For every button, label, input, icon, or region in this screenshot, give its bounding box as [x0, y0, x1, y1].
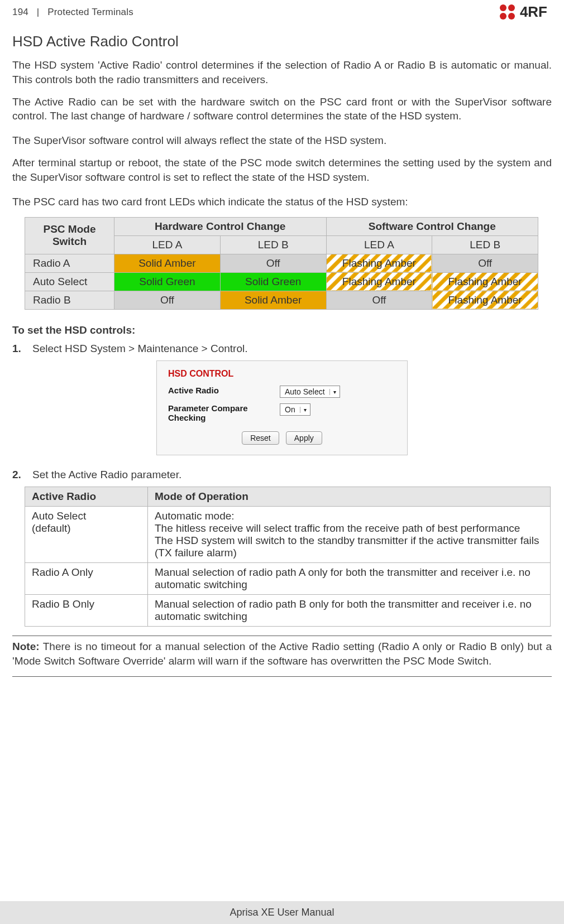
step-text: Select HSD System > Maintenance > Contro… — [32, 343, 247, 355]
mode-cell: Auto Select (default) — [25, 507, 148, 563]
led-status-table: PSC Mode Switch Hardware Control Change … — [25, 217, 538, 310]
led-cell: Off — [220, 254, 326, 272]
mode-cell: Manual selection of radio path B only fo… — [148, 595, 551, 627]
chevron-down-icon: ▾ — [300, 407, 307, 413]
page-title: HSD Active Radio Control — [12, 33, 552, 50]
paragraph: The Active Radio can be set with the har… — [12, 95, 552, 124]
brand-name: 4RF — [520, 3, 547, 21]
led-cell: Solid Green — [114, 272, 221, 291]
table-row: Radio A Only Manual selection of radio p… — [25, 563, 551, 595]
table-row: Auto Select (default) Automatic mode: Th… — [25, 507, 551, 563]
header-left: 194 | Protected Terminals — [12, 7, 133, 18]
th-mode: Mode of Operation — [148, 487, 551, 507]
mode-of-operation-table: Active Radio Mode of Operation Auto Sele… — [25, 487, 551, 627]
select-value: On — [285, 405, 295, 414]
mode-cell: Radio B Only — [25, 595, 148, 627]
led-cell: Off — [326, 291, 432, 309]
panel-row-param-compare: Parameter Compare Checking On ▾ — [168, 403, 396, 422]
th-active-radio: Active Radio — [25, 487, 148, 507]
active-radio-select[interactable]: Auto Select ▾ — [280, 386, 340, 398]
header-sep: | — [31, 7, 45, 17]
sub-led-b: LED B — [220, 235, 326, 254]
row-label: Radio A — [25, 254, 114, 272]
reset-button[interactable]: Reset — [242, 431, 279, 445]
page-number: 194 — [12, 7, 28, 17]
sub-led-b: LED B — [432, 235, 538, 254]
panel-label: Active Radio — [168, 386, 280, 395]
row-label: Radio B — [25, 291, 114, 309]
th-psc: PSC Mode Switch — [25, 217, 114, 254]
param-compare-select[interactable]: On ▾ — [280, 403, 310, 416]
header-section: Protected Terminals — [47, 7, 133, 17]
led-cell: Off — [114, 291, 221, 309]
table-row: Radio B Off Solid Amber Off Flashing Amb… — [25, 291, 538, 309]
step-number: 2. — [12, 469, 26, 481]
paragraph: After terminal startup or reboot, the st… — [12, 156, 552, 185]
step-number: 1. — [12, 343, 26, 355]
note-prefix: Note: — [12, 641, 40, 652]
steps-heading: To set the HSD controls: — [12, 323, 552, 338]
mode-cell: Manual selection of radio path A only fo… — [148, 563, 551, 595]
divider — [12, 636, 552, 636]
led-cell: Solid Amber — [220, 291, 326, 309]
page-content: HSD Active Radio Control The HSD system … — [0, 21, 564, 714]
step-1: 1. Select HSD System > Maintenance > Con… — [12, 343, 552, 355]
led-cell: Flashing Amber — [432, 291, 538, 309]
page-footer: Aprisa XE User Manual — [0, 901, 564, 924]
led-cell: Off — [432, 254, 538, 272]
panel-row-active-radio: Active Radio Auto Select ▾ — [168, 386, 396, 398]
table-row: Radio A Solid Amber Off Flashing Amber O… — [25, 254, 538, 272]
led-cell: Solid Green — [220, 272, 326, 291]
mode-cell: Automatic mode: The hitless receive will… — [148, 507, 551, 563]
note-body: There is no timeout for a manual selecti… — [12, 641, 552, 667]
led-cell: Flashing Amber — [326, 272, 432, 291]
table-row: Radio B Only Manual selection of radio p… — [25, 595, 551, 627]
logo-dots-icon — [500, 4, 517, 20]
apply-button[interactable]: Apply — [286, 431, 322, 445]
panel-title: HSD CONTROL — [168, 369, 396, 379]
th-software: Software Control Change — [326, 217, 538, 235]
sub-led-a: LED A — [114, 235, 221, 254]
sub-led-a: LED A — [326, 235, 432, 254]
brand-logo: 4RF — [500, 3, 552, 21]
divider — [12, 676, 552, 677]
led-cell: Flashing Amber — [326, 254, 432, 272]
paragraph: The SuperVisor software control will alw… — [12, 133, 552, 148]
th-hardware: Hardware Control Change — [114, 217, 327, 235]
step-text: Set the Active Radio parameter. — [32, 469, 181, 481]
led-cell: Flashing Amber — [432, 272, 538, 291]
chevron-down-icon: ▾ — [329, 389, 336, 395]
table-row: Auto Select Solid Green Solid Green Flas… — [25, 272, 538, 291]
note-text: Note: There is no timeout for a manual s… — [12, 639, 552, 668]
hsd-control-panel: HSD CONTROL Active Radio Auto Select ▾ P… — [156, 360, 408, 455]
paragraph: The HSD system 'Active Radio' control de… — [12, 58, 552, 87]
paragraph: The PSC card has two card front LEDs whi… — [12, 195, 552, 209]
select-value: Auto Select — [285, 387, 325, 396]
step-2: 2. Set the Active Radio parameter. — [12, 469, 552, 481]
panel-label: Parameter Compare Checking — [168, 403, 280, 422]
row-label: Auto Select — [25, 272, 114, 291]
led-cell: Solid Amber — [114, 254, 221, 272]
page-header: 194 | Protected Terminals 4RF — [0, 0, 564, 21]
mode-cell: Radio A Only — [25, 563, 148, 595]
